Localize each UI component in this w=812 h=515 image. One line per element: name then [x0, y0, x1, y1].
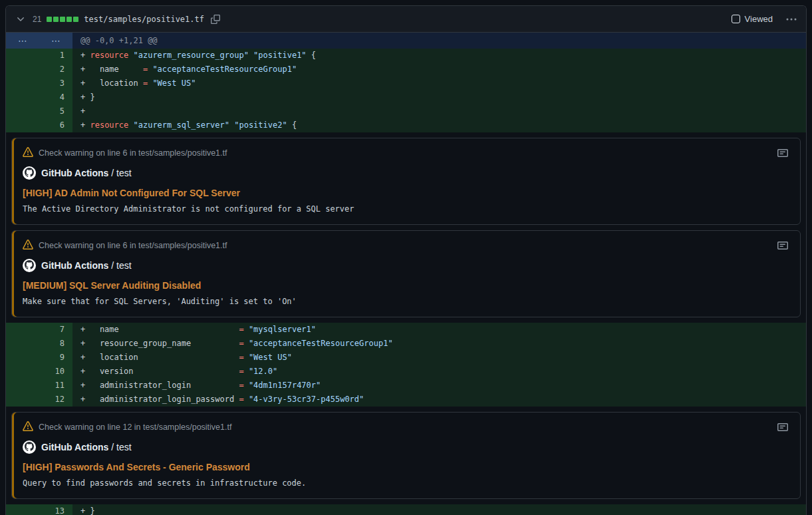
hunk-header: @@ -0,0 +1,21 @@ [72, 33, 806, 49]
annotation-note-button[interactable] [776, 239, 789, 252]
line-number[interactable]: 11 [6, 379, 72, 393]
diff-stat-squares [47, 17, 78, 22]
line-code: + administrator_login_password = "4-v3ry… [72, 393, 806, 407]
check-annotation-3: Check warning on line 12 in test/samples… [11, 412, 801, 499]
line-code: + [72, 104, 806, 118]
viewed-control[interactable]: Viewed [732, 14, 773, 24]
line-code: + resource "azurerm_resource_group" "pos… [72, 49, 806, 63]
annotation-header-text: Check warning on line 6 in test/samples/… [39, 148, 227, 158]
annotation-source-job: / test [108, 260, 131, 271]
line-code: + resource "azurerm_sql_server" "positiv… [72, 118, 806, 132]
github-logo-icon [25, 168, 34, 179]
check-annotation-1: Check warning on line 6 in test/samples/… [11, 138, 801, 225]
file-name[interactable]: test/samples/positive1.tf [84, 15, 204, 24]
diff-line-5: 5+ [6, 104, 806, 118]
line-number[interactable]: 7 [6, 323, 72, 337]
diff-stat-square [47, 17, 52, 22]
github-logo-icon [25, 442, 34, 453]
annotation-source: GitHub Actions / test [23, 440, 789, 454]
line-number[interactable]: 5 [6, 104, 72, 118]
annotation-description: Query to find passwords and secrets in i… [23, 478, 789, 488]
chevron-down-icon [15, 14, 26, 25]
annotation-title: [MEDIUM] SQL Server Auditing Disabled [23, 280, 789, 291]
check-annotation-2: Check warning on line 6 in test/samples/… [11, 230, 801, 317]
file-header: 21 test/samples/positive1.tf Viewed [6, 6, 806, 33]
line-code: + name = "mysqlserver1" [72, 323, 806, 337]
annotation-source-job: / test [108, 442, 131, 452]
github-avatar [23, 440, 36, 454]
annotation-note-icon [777, 240, 788, 251]
hunk-header-row: ⋯ ⋯ @@ -0,0 +1,21 @@ [6, 33, 806, 49]
github-logo-icon [25, 260, 34, 271]
annotation-note-button[interactable] [776, 146, 789, 160]
line-number[interactable]: 8 [6, 337, 72, 351]
github-avatar [23, 166, 36, 180]
annotation-note-icon [777, 148, 788, 158]
diff-stat-square [73, 17, 78, 22]
github-avatar [23, 259, 36, 272]
diff-line-13: 13+ } [6, 504, 806, 515]
annotation-header: Check warning on line 6 in test/samples/… [23, 239, 789, 252]
line-number[interactable]: 2 [6, 63, 72, 77]
line-number[interactable]: 4 [6, 90, 72, 104]
diff-line-9: 9+ location = "West US" [6, 351, 806, 365]
annotation-header: Check warning on line 12 in test/samples… [23, 421, 789, 434]
changes-count: 21 [33, 15, 41, 24]
annotation-title: [HIGH] AD Admin Not Configured For SQL S… [23, 188, 789, 198]
diff-line-10: 10+ version = "12.0" [6, 365, 806, 379]
annotation-note-button[interactable] [776, 421, 789, 434]
expand-diff-button-left[interactable]: ⋯ [6, 33, 39, 49]
line-code: + location = "West US" [72, 77, 806, 90]
diff-line-3: 3+ location = "West US" [6, 77, 806, 90]
viewed-checkbox[interactable] [732, 15, 740, 23]
line-number[interactable]: 6 [6, 118, 72, 132]
warning-triangle-icon [23, 147, 33, 160]
diff-code-section-3: 13+ }14+ [6, 504, 806, 515]
warning-triangle-icon [23, 421, 33, 434]
copy-icon [211, 15, 220, 24]
annotation-header-text: Check warning on line 12 in test/samples… [39, 423, 231, 432]
annotation-note-icon [777, 422, 788, 432]
hunk-gutter: ⋯ ⋯ [6, 33, 72, 49]
viewed-label: Viewed [745, 14, 773, 24]
annotation-source-name[interactable]: GitHub Actions [41, 168, 108, 178]
diff-line-7: 7+ name = "mysqlserver1" [6, 323, 806, 337]
annotation-description: The Active Directory Administrator is no… [23, 204, 789, 214]
annotation-title: [HIGH] Passwords And Secrets - Generic P… [23, 462, 789, 472]
annotation-source: GitHub Actions / test [23, 259, 789, 272]
line-number[interactable]: 12 [6, 393, 72, 407]
line-code: + name = "acceptanceTestResourceGroup1" [72, 63, 806, 77]
line-number[interactable]: 1 [6, 49, 72, 63]
line-code: + location = "West US" [72, 351, 806, 365]
annotation-header-text: Check warning on line 6 in test/samples/… [39, 241, 227, 250]
annotation-source-name[interactable]: GitHub Actions [41, 442, 108, 452]
diff-line-8: 8+ resource_group_name = "acceptanceTest… [6, 337, 806, 351]
line-code: + } [72, 504, 806, 515]
warning-triangle-icon [23, 240, 33, 252]
diff-code-section-1: 1+ resource "azurerm_resource_group" "po… [6, 49, 806, 132]
collapse-file-button[interactable] [14, 13, 27, 26]
diff-line-12: 12+ administrator_login_password = "4-v3… [6, 393, 806, 407]
line-code: + administrator_login = "4dm1n157r470r" [72, 379, 806, 393]
diff-line-1: 1+ resource "azurerm_resource_group" "po… [6, 49, 806, 63]
line-code: + } [72, 90, 806, 104]
annotation-source-name[interactable]: GitHub Actions [41, 260, 108, 271]
diff-line-11: 11+ administrator_login = "4dm1n157r470r… [6, 379, 806, 393]
diff-stat-square [60, 17, 65, 22]
diff-line-2: 2+ name = "acceptanceTestResourceGroup1" [6, 63, 806, 77]
line-number[interactable]: 13 [6, 504, 72, 515]
annotation-header: Check warning on line 6 in test/samples/… [23, 146, 789, 160]
copy-path-button[interactable] [209, 13, 221, 25]
kebab-icon [786, 14, 797, 25]
line-number[interactable]: 3 [6, 77, 72, 90]
diff-code-section-2: 7+ name = "mysqlserver1"8+ resource_grou… [6, 323, 806, 407]
diff-line-4: 4+ } [6, 90, 806, 104]
line-number[interactable]: 9 [6, 351, 72, 365]
expand-diff-button-right[interactable]: ⋯ [39, 33, 72, 49]
diff-stat-square [53, 17, 59, 22]
annotation-description: Make sure that for SQL Servers, 'Auditin… [23, 297, 789, 306]
file-options-button[interactable] [785, 13, 798, 26]
diff-page: 21 test/samples/positive1.tf Viewed [0, 0, 812, 515]
annotation-source: GitHub Actions / test [23, 166, 789, 180]
line-number[interactable]: 10 [6, 365, 72, 379]
